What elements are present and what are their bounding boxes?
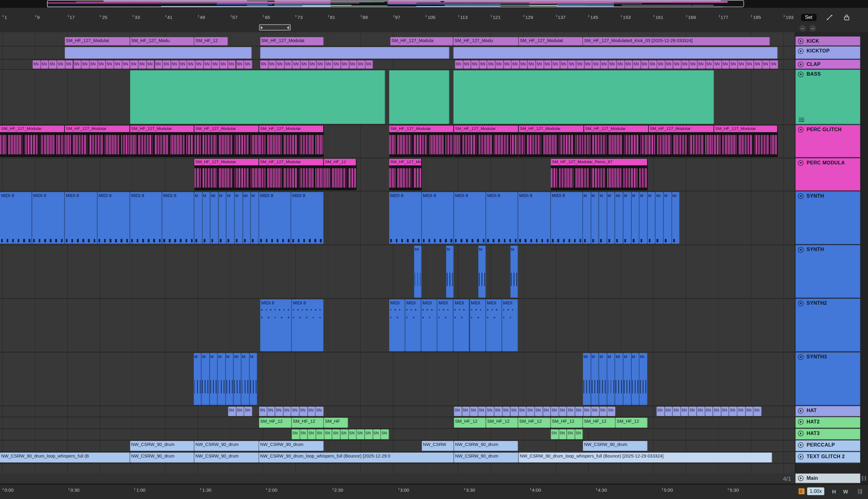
clip[interactable]: MIDI xyxy=(405,299,421,351)
clip[interactable]: SN xyxy=(560,60,568,69)
clip[interactable]: M xyxy=(639,192,647,244)
clip[interactable]: SN xyxy=(471,60,479,69)
drag-grip-icon[interactable] xyxy=(858,489,863,494)
track-lane-synth-6[interactable]: MIDI 8MIDI 8MIDI 8MIDI 8MIDI 8MIDI 8MMMI… xyxy=(0,192,795,245)
clip[interactable]: SN xyxy=(592,60,601,69)
clip[interactable]: M xyxy=(250,353,258,405)
clip[interactable]: SM_HF_127_Modu xyxy=(453,37,519,46)
clip[interactable]: SN xyxy=(641,60,649,69)
clip[interactable]: MIDI 8 xyxy=(0,192,32,244)
clip[interactable]: SN xyxy=(673,406,681,416)
track-header-synth3-9[interactable]: SYNTH3 xyxy=(795,352,860,405)
clip[interactable] xyxy=(453,47,778,59)
clip[interactable]: M xyxy=(591,353,599,405)
clip[interactable]: SN xyxy=(73,60,82,69)
history-back-button[interactable]: ← xyxy=(799,25,806,32)
track-header-perc-glitch-4[interactable]: PERC GLITCH xyxy=(795,125,860,158)
clip[interactable]: SN xyxy=(502,406,510,416)
clip[interactable]: SN xyxy=(122,60,130,69)
clip[interactable]: SN xyxy=(106,60,114,69)
clip[interactable]: M xyxy=(607,192,615,244)
clip[interactable]: MIDI 8 xyxy=(551,192,583,244)
track-lane-clap-2[interactable]: SNSNSNSNSNSNSNSNSNSNSNSNSNSNSNSNSNSNSNSN… xyxy=(0,60,795,70)
clip[interactable]: SN xyxy=(721,406,729,416)
clip[interactable]: SM_HF_127_Modular xyxy=(65,126,130,157)
clip[interactable]: SM_HF_127_Modular xyxy=(194,126,259,157)
clip[interactable]: SN xyxy=(487,60,495,69)
clip[interactable]: SN xyxy=(41,60,49,69)
clip[interactable]: M xyxy=(623,192,631,244)
clip[interactable]: SN xyxy=(365,60,373,69)
clip[interactable]: MIDI 8 xyxy=(389,192,422,244)
clip[interactable]: SM_HF_12 xyxy=(454,417,486,428)
clip[interactable]: SN xyxy=(260,60,268,69)
clip[interactable]: SM_HF_12 xyxy=(551,417,583,428)
clip[interactable]: SN xyxy=(536,60,544,69)
clip[interactable]: SN xyxy=(357,60,365,69)
clip[interactable]: MIDI 8 xyxy=(454,192,486,244)
clip[interactable]: MIDI xyxy=(437,299,453,351)
track-fold-icon[interactable] xyxy=(798,126,804,133)
clip[interactable]: SN xyxy=(591,406,599,416)
clip[interactable]: MIDI xyxy=(453,299,470,351)
track-header-main[interactable]: Main xyxy=(795,474,860,484)
drag-grip-icon[interactable] xyxy=(862,476,867,481)
clip[interactable]: SN xyxy=(568,60,576,69)
clip[interactable]: SM_HF_127_Modular_Percs_87 xyxy=(551,159,647,190)
clip[interactable]: SN xyxy=(204,60,212,69)
overview-view-window[interactable] xyxy=(47,0,744,7)
clip[interactable]: SN xyxy=(617,60,625,69)
clip[interactable]: NW_CSRW_90_drum xyxy=(583,441,647,451)
clip[interactable]: SM_HF_127_Modulated_Kick_03 [2025-12-29 … xyxy=(583,37,770,46)
clip[interactable]: MI xyxy=(211,192,218,244)
clip[interactable]: SN xyxy=(511,406,519,416)
track-fold-icon[interactable] xyxy=(798,247,804,253)
clip[interactable]: SM_HF_12 xyxy=(486,417,518,428)
clip[interactable]: SN xyxy=(259,406,267,416)
clip[interactable]: MIDI xyxy=(470,299,486,351)
clip[interactable]: SN xyxy=(689,60,698,69)
clip[interactable]: SN xyxy=(697,406,705,416)
clip[interactable]: SN xyxy=(746,60,754,69)
clip[interactable]: SN xyxy=(348,429,357,439)
clip[interactable]: SN xyxy=(365,429,373,439)
clip[interactable]: SN xyxy=(325,60,333,69)
clip[interactable]: SN xyxy=(609,60,617,69)
track-lane-synth-7[interactable]: MIMMM xyxy=(0,245,795,299)
clip[interactable]: SM_HF_12 xyxy=(292,417,324,428)
clip[interactable]: SN xyxy=(552,60,560,69)
clip[interactable]: M xyxy=(599,353,607,405)
clip[interactable]: SN xyxy=(479,60,487,69)
bar-ruler[interactable]: 1917253341495765738189971051131211291371… xyxy=(0,8,795,33)
clip[interactable]: SN xyxy=(244,60,252,69)
clip[interactable]: SN xyxy=(187,60,195,69)
clip[interactable]: M xyxy=(478,245,486,297)
track-lane-synth3-9[interactable]: MMMMMMIMMMIMMMMIMMMI xyxy=(0,352,795,406)
clip[interactable]: SN xyxy=(599,406,607,416)
track-lane-hat3-12[interactable]: SNSNSNSNSNSNSNSNSNSNSNSNSNSNSNSN xyxy=(0,429,795,440)
clip[interactable]: SN xyxy=(665,60,673,69)
clip[interactable]: SN xyxy=(114,60,122,69)
clip[interactable]: SM_HF_127_Modular xyxy=(259,159,324,190)
clip[interactable]: SN xyxy=(714,60,722,69)
clip[interactable]: SN xyxy=(559,429,567,439)
clip[interactable]: SN xyxy=(567,406,575,416)
clip[interactable]: SN xyxy=(228,406,236,416)
track-lane-text-glitch-2-14[interactable]: NW_CSRW_90_drum_loop_whispers_full (BNW_… xyxy=(0,452,795,464)
clip[interactable]: SM_HF_12 xyxy=(259,417,292,428)
clip[interactable]: SM_HF_127_Modular xyxy=(454,126,519,157)
main-track-lane[interactable]: 4/1 xyxy=(0,474,795,484)
clip[interactable]: NW_CSRW_90_drum_loop_whispers_full (Boun… xyxy=(259,453,454,463)
clip[interactable]: SN xyxy=(584,60,592,69)
clip[interactable]: SN xyxy=(495,60,503,69)
clip[interactable]: SN xyxy=(349,60,357,69)
time-ruler[interactable]: 0:000:301:001:302:002:303:003:304:004:30… xyxy=(0,484,795,499)
clip[interactable]: M xyxy=(510,245,518,297)
clip[interactable]: M xyxy=(664,192,672,244)
track-header-hat3-12[interactable]: HAT3 xyxy=(795,429,860,440)
clip[interactable]: SN xyxy=(463,60,471,69)
clip[interactable]: SN xyxy=(705,406,713,416)
clip[interactable]: SN xyxy=(340,429,348,439)
clip[interactable]: M xyxy=(599,192,607,244)
clip[interactable]: NW_CSRW_90_drum xyxy=(194,453,259,463)
